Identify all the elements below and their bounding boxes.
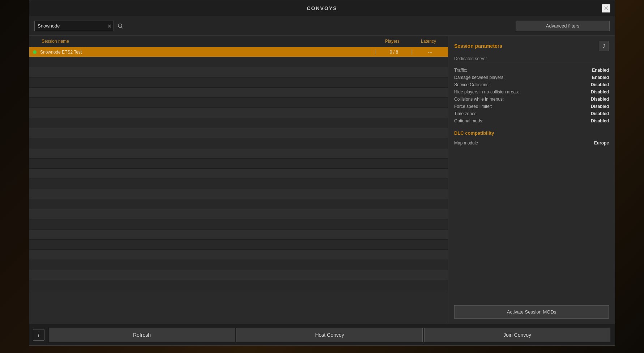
table-row[interactable] — [29, 260, 448, 270]
table-row[interactable] — [29, 108, 448, 118]
table-row[interactable] — [29, 159, 448, 169]
param-value: Disabled — [591, 111, 609, 116]
table-row[interactable] — [29, 209, 448, 219]
col-header-players: Players — [374, 39, 410, 44]
main-content: Session name Players Latency Snownode ET… — [29, 36, 615, 324]
activate-mods-button[interactable]: Activate Session MODs — [454, 305, 609, 319]
status-dot-green — [33, 50, 37, 54]
dedicated-server-label: Dedicated server — [454, 56, 609, 63]
dlc-param-key: Map module — [454, 140, 478, 146]
param-row: Collisions while in menus:Disabled — [454, 96, 609, 103]
refresh-button[interactable]: Refresh — [49, 328, 235, 342]
param-row: Force speed limiter:Disabled — [454, 103, 609, 110]
param-value: Disabled — [591, 89, 609, 94]
param-key: Damage between players: — [454, 75, 504, 80]
param-key: Traffic: — [454, 68, 467, 73]
search-input-wrapper: ✕ — [34, 21, 114, 31]
table-row[interactable] — [29, 230, 448, 240]
title-bar: CONVOYS ✕ — [29, 0, 615, 16]
col-header-name: Session name — [31, 39, 374, 44]
col-header-latency: Latency — [410, 39, 447, 44]
param-key: Collisions while in menus: — [454, 97, 504, 102]
search-button[interactable] — [118, 23, 123, 29]
table-row[interactable] — [29, 270, 448, 280]
svg-line-1 — [121, 27, 123, 28]
search-area: ✕ Advanced filters — [29, 16, 615, 36]
param-key: Service Collisions: — [454, 82, 490, 87]
table-row[interactable] — [29, 240, 448, 250]
param-row: Traffic:Enabled — [454, 67, 609, 74]
host-convoy-button[interactable]: Host Convoy — [236, 328, 423, 342]
advanced-filters-button[interactable]: Advanced filters — [516, 21, 610, 31]
search-input[interactable] — [34, 21, 114, 31]
row-session-name: Snownode ETS2 Test — [40, 50, 376, 55]
table-row[interactable]: Snownode ETS2 Test0 / 8--- — [29, 47, 448, 57]
table-row[interactable] — [29, 98, 448, 108]
table-row[interactable] — [29, 179, 448, 189]
table-row[interactable] — [29, 57, 448, 67]
dlc-param-row: Map moduleEurope — [454, 139, 609, 147]
session-panel: Session name Players Latency Snownode ET… — [29, 36, 448, 324]
row-latency: --- — [412, 50, 448, 55]
session-list[interactable]: Snownode ETS2 Test0 / 8--- — [29, 47, 448, 324]
param-row: Time zonesDisabled — [454, 110, 609, 117]
table-row[interactable] — [29, 148, 448, 159]
dlc-title: DLC compatibility — [454, 130, 609, 136]
table-row[interactable] — [29, 169, 448, 179]
table-row[interactable] — [29, 280, 448, 290]
convoys-dialog: CONVOYS ✕ ✕ Advanced filters Session nam… — [29, 0, 615, 346]
table-row[interactable] — [29, 128, 448, 138]
param-key: Time zones — [454, 111, 477, 116]
row-players: 0 / 8 — [376, 50, 412, 55]
params-spacer — [454, 147, 609, 305]
row-status — [29, 50, 40, 54]
param-row: Service Collisions:Disabled — [454, 81, 609, 88]
param-row: Optional mods:Disabled — [454, 117, 609, 125]
search-icon — [118, 23, 123, 29]
close-button[interactable]: ✕ — [602, 4, 610, 13]
table-row[interactable] — [29, 67, 448, 77]
table-row[interactable] — [29, 199, 448, 209]
param-value: Disabled — [591, 118, 609, 123]
external-link-button[interactable]: ⤴ — [599, 41, 609, 51]
table-row[interactable] — [29, 77, 448, 88]
info-button[interactable]: i — [33, 329, 44, 341]
table-row[interactable] — [29, 88, 448, 98]
bottom-toolbar: i Refresh Host Convoy Join Convoy — [29, 324, 615, 345]
param-key: Optional mods: — [454, 118, 483, 123]
param-value: Disabled — [591, 82, 609, 87]
dlc-rows: Map moduleEurope — [454, 139, 609, 147]
param-value: Enabled — [592, 68, 609, 73]
table-row[interactable] — [29, 250, 448, 260]
table-row[interactable] — [29, 138, 448, 148]
join-convoy-button[interactable]: Join Convoy — [424, 328, 610, 342]
params-rows: Traffic:EnabledDamage between players:En… — [454, 67, 609, 125]
param-row: Hide players in no-collision areas:Disab… — [454, 88, 609, 96]
session-params-panel: Session parameters ⤴ Dedicated server Tr… — [448, 36, 615, 324]
clear-search-button[interactable]: ✕ — [107, 24, 112, 29]
param-value: Disabled — [591, 97, 609, 102]
param-value: Enabled — [592, 75, 609, 80]
param-key: Force speed limiter: — [454, 104, 492, 109]
table-row[interactable] — [29, 189, 448, 199]
param-row: Damage between players:Enabled — [454, 74, 609, 81]
dialog-title: CONVOYS — [307, 5, 337, 11]
param-value: Disabled — [591, 104, 609, 109]
table-row[interactable] — [29, 219, 448, 230]
dlc-param-value: Europe — [594, 140, 609, 146]
params-header: Session parameters ⤴ — [454, 41, 609, 51]
table-row[interactable] — [29, 118, 448, 128]
column-headers: Session name Players Latency — [29, 36, 448, 47]
param-key: Hide players in no-collision areas: — [454, 89, 519, 94]
params-title: Session parameters — [454, 43, 502, 49]
